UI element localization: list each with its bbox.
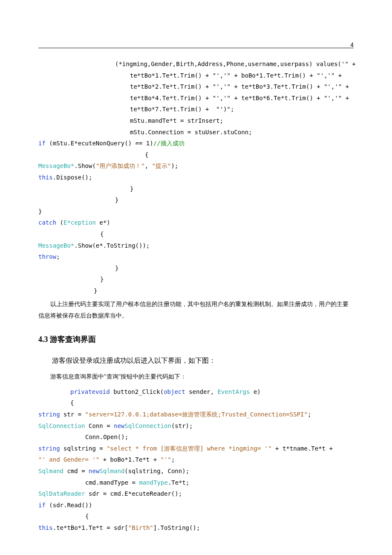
code-text: ); bbox=[171, 162, 178, 169]
code-text: (str); bbox=[171, 422, 193, 429]
code-text: cmd = bbox=[63, 468, 89, 474]
type-exception: E*ception bbox=[63, 219, 96, 226]
code-line: te*tBo*7.Te*t.Trim() + "')"; bbox=[130, 104, 354, 115]
code-line: mStu.mandTe*t = strInsert; bbox=[130, 115, 354, 127]
code-line: MessageBo*.Show(e*.ToString()); bbox=[38, 240, 354, 251]
comment: //插入成功 bbox=[153, 140, 184, 147]
string-literal: "' and Gender= '" bbox=[38, 456, 99, 463]
keyword-string: string bbox=[38, 411, 60, 418]
code-line: mStu.Connection = stuUser.stuConn; bbox=[130, 127, 354, 138]
code-line: te*tBo*4.Te*t.Trim() + "','" + te*tBo*6.… bbox=[130, 92, 354, 104]
code-text: ; bbox=[308, 411, 311, 418]
code-text: ].ToString(); bbox=[153, 524, 200, 531]
code-line: throw; bbox=[38, 251, 354, 263]
code-text: .Dispose(); bbox=[53, 174, 92, 181]
keyword-private-void: privatevoid bbox=[70, 388, 110, 395]
code-line: } bbox=[94, 285, 354, 297]
code-text: (sqlstring, Conn); bbox=[124, 468, 189, 474]
paragraph-text: 以上注册代码主要实现了用户根本信息的注册功能，其中包括用户名的重复检测机制。如果… bbox=[38, 301, 349, 319]
type-sqlconnection: SqlConnection bbox=[124, 422, 171, 429]
code-line: } bbox=[100, 274, 354, 285]
code-line: Sqlmand cmd = newSqlmand(sqlstring, Conn… bbox=[38, 465, 354, 477]
code-line: } bbox=[115, 194, 354, 206]
code-line: } bbox=[38, 206, 354, 217]
string-literal: "'" bbox=[161, 456, 171, 463]
code-text: Conn = bbox=[85, 422, 114, 429]
code-line: { bbox=[85, 511, 354, 522]
code-line: SqlDataReader sdr = cmd.E*ecuteReader(); bbox=[38, 488, 354, 500]
code-line: SqlConnection Conn = newSqlConnection(st… bbox=[38, 420, 354, 432]
string-literal: "server=127.0.0.1;database=旅游管理系统;Truste… bbox=[85, 411, 308, 418]
keyword-object: object bbox=[164, 388, 185, 395]
type-sqlcommand: Sqlmand bbox=[99, 468, 124, 474]
code-line: this.te*tBo*1.Te*t = sdr["Birth"].ToStri… bbox=[38, 522, 354, 534]
type-sqlconnection: SqlConnection bbox=[38, 422, 85, 429]
keyword-if: if bbox=[38, 502, 46, 509]
string-literal: "提示" bbox=[152, 162, 171, 169]
keyword-this: this bbox=[38, 524, 53, 531]
code-line: (*ingming,Gender,Birth,Address,Phone,use… bbox=[115, 58, 354, 70]
code-line: { bbox=[70, 397, 354, 409]
code-line: te*tBo*2.Te*t.Trim() + "','" + te*tBo*3.… bbox=[130, 81, 354, 92]
intro-text: 游客假设登录或注册成功以后进入以下界面，如下图： bbox=[52, 357, 216, 364]
section-title-4-3: 4.3 游客查询界面 bbox=[38, 332, 354, 347]
keyword-new: new bbox=[89, 468, 99, 474]
code-line: this.Dispose(); bbox=[38, 172, 354, 183]
code-line: if (mStu.E*ecuteNonQuery() == 1)//插入成功 bbox=[38, 138, 354, 149]
keyword-string: string bbox=[38, 445, 60, 452]
type-messagebox: MessageBo* bbox=[38, 242, 74, 249]
string-literal: "Birth" bbox=[128, 524, 153, 531]
keyword-new: new bbox=[114, 422, 124, 429]
keyword-throw: throw bbox=[38, 253, 56, 260]
code-text: ; bbox=[56, 253, 60, 260]
code-text: .Te*t; bbox=[168, 479, 190, 486]
code-line: string str = "server=127.0.0.1;database=… bbox=[38, 409, 354, 420]
type-messagebox: MessageBo* bbox=[38, 162, 74, 169]
code-line: string sqlstring = "select * from [游客信息管… bbox=[38, 443, 354, 454]
code-text: .Show( bbox=[74, 162, 96, 169]
code-block-1: (*ingming,Gender,Birth,Address,Phone,use… bbox=[38, 58, 354, 296]
paragraph-register-desc: 以上注册代码主要实现了用户根本信息的注册功能，其中包括用户名的重复检测机制。如果… bbox=[38, 299, 354, 321]
page-number: 4 bbox=[350, 39, 354, 51]
code-text: ( bbox=[56, 219, 63, 226]
code-text: ; bbox=[171, 456, 175, 463]
code-text: (mStu.E*ecuteNonQuery() == 1) bbox=[46, 140, 153, 147]
code-line: if (sdr.Read()) bbox=[38, 500, 354, 511]
code-line: } bbox=[115, 263, 354, 274]
code-text: .Show(e*.ToString()); bbox=[74, 242, 150, 249]
code-line: Conn.Open(); bbox=[85, 431, 354, 443]
code-text: + t*tname.Te*t + bbox=[272, 445, 337, 452]
code-text: button2_Click( bbox=[110, 388, 164, 395]
code-line: catch (E*ception e*) bbox=[38, 217, 354, 228]
code-line: } bbox=[130, 183, 354, 195]
code-line: cmd.mandType = mandType.Te*t; bbox=[85, 477, 354, 489]
code-text: , bbox=[145, 162, 152, 169]
code-text: (sdr.Read()) bbox=[46, 502, 92, 509]
keyword-catch: catch bbox=[38, 219, 56, 226]
type-commandtype: mandType bbox=[139, 479, 167, 486]
code-text: sender, bbox=[185, 388, 218, 395]
string-literal: "用户添加成功！" bbox=[96, 162, 145, 169]
code-text: sdr = cmd.E*ecuteReader(); bbox=[85, 490, 182, 497]
code-text: e) bbox=[250, 388, 260, 395]
code-line: { bbox=[145, 149, 354, 161]
type-eventargs: EventArgs bbox=[218, 388, 250, 395]
type-sqlcommand: Sqlmand bbox=[38, 468, 63, 474]
code-text: e*) bbox=[96, 219, 110, 226]
keyword-if: if bbox=[38, 140, 46, 147]
intro-line-2: 游客信息查询界面中"查询"按钮中的主要代码如下： bbox=[38, 371, 354, 383]
code-text: sqlstring = bbox=[60, 445, 107, 452]
string-literal: "select * from [游客信息管理] where *ingming= … bbox=[107, 445, 271, 452]
code-text: str = bbox=[60, 411, 85, 418]
code-line: { bbox=[100, 228, 354, 240]
type-sqldatareader: SqlDataReader bbox=[38, 490, 85, 497]
intro-line-1: 游客假设登录或注册成功以后进入以下界面，如下图： bbox=[38, 354, 354, 367]
code-text: cmd.mandType = bbox=[85, 479, 139, 486]
code-line: te*tBo*1.Te*t.Trim() + "','" + boBo*1.Te… bbox=[130, 70, 354, 81]
intro-text: 游客信息查询界面中"查询"按钮中的主要代码如下： bbox=[50, 373, 186, 380]
code-line: "' and Gender= '" + boBo*1.Te*t + "'"; bbox=[38, 454, 354, 465]
code-block-2: privatevoid button2_Click(object sender,… bbox=[38, 386, 354, 534]
code-text: + boBo*1.Te*t + bbox=[99, 456, 160, 463]
keyword-this: this bbox=[38, 174, 53, 181]
code-text: .te*tBo*1.Te*t = sdr[ bbox=[53, 524, 128, 531]
